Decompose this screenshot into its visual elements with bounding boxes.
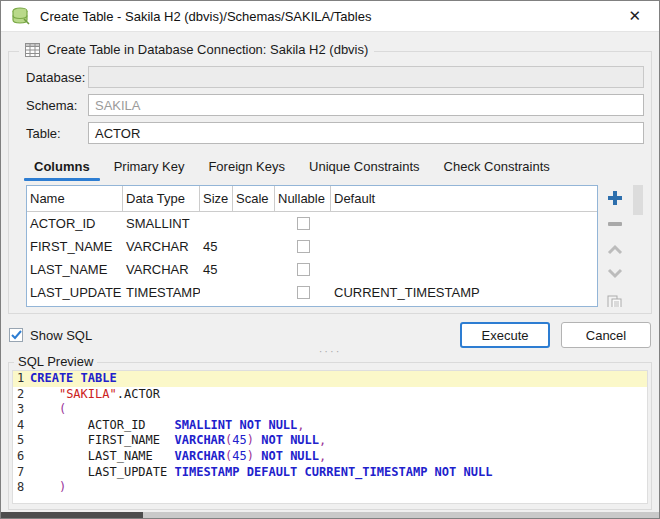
title-bar: Create Table - Sakila H2 (dbvis)/Schemas… bbox=[1, 1, 659, 32]
line-number: 2 bbox=[13, 387, 30, 403]
columns-table-header: NameData TypeSizeScaleNullableDefault bbox=[27, 186, 597, 212]
columns-table[interactable]: NameData TypeSizeScaleNullableDefault AC… bbox=[26, 185, 598, 307]
sql-code: "SAKILA".ACTOR bbox=[30, 387, 647, 403]
nullable-checkbox[interactable] bbox=[297, 263, 310, 276]
cell-size[interactable]: 45 bbox=[200, 262, 233, 277]
cell-name[interactable]: LAST_UPDATE bbox=[27, 285, 123, 300]
nullable-cell[interactable] bbox=[275, 263, 331, 276]
tab-columns[interactable]: Columns bbox=[22, 154, 102, 181]
schema-field[interactable]: SAKILA bbox=[88, 94, 644, 116]
table-field[interactable]: ACTOR bbox=[88, 122, 644, 144]
show-sql-label: Show SQL bbox=[30, 328, 92, 343]
cell-data-type[interactable]: VARCHAR bbox=[123, 262, 200, 277]
sql-code: ) bbox=[30, 480, 647, 496]
tab-primary-key[interactable]: Primary Key bbox=[102, 154, 197, 181]
cell-data-type[interactable]: TIMESTAMP bbox=[123, 285, 200, 300]
add-icon[interactable] bbox=[606, 185, 624, 212]
nullable-cell[interactable] bbox=[275, 240, 331, 253]
column-header-nullable[interactable]: Nullable bbox=[275, 186, 331, 211]
sql-code: ACTOR_ID SMALLINT NOT NULL, bbox=[30, 418, 647, 434]
table-row[interactable]: FIRST_NAMEVARCHAR45 bbox=[27, 235, 597, 258]
line-number: 1 bbox=[13, 371, 30, 387]
tab-unique-constraints[interactable]: Unique Constraints bbox=[297, 154, 432, 181]
column-header-default[interactable]: Default bbox=[331, 186, 597, 211]
cell-name[interactable]: LAST_NAME bbox=[27, 262, 123, 277]
columns-table-body: ACTOR_IDSMALLINTFIRST_NAMEVARCHAR45LAST_… bbox=[27, 212, 597, 304]
sql-code: CREATE TABLE bbox=[30, 371, 647, 387]
line-number: 7 bbox=[13, 465, 30, 481]
line-number: 3 bbox=[13, 402, 30, 418]
sql-code: LAST_UPDATE TIMESTAMP DEFAULT CURRENT_TI… bbox=[30, 465, 647, 481]
columns-grid-zone: NameData TypeSizeScaleNullableDefault AC… bbox=[26, 185, 644, 307]
sql-line: 7 LAST_UPDATE TIMESTAMP DEFAULT CURRENT_… bbox=[13, 465, 647, 481]
sql-line: 3 ( bbox=[13, 402, 647, 418]
sql-line: 4 ACTOR_ID SMALLINT NOT NULL, bbox=[13, 418, 647, 434]
window-bottom-edge-dark bbox=[1, 512, 143, 518]
table-row[interactable]: LAST_UPDATETIMESTAMPCURRENT_TIMESTAMP bbox=[27, 281, 597, 304]
table-label: Table: bbox=[26, 126, 88, 141]
column-header-data-type[interactable]: Data Type bbox=[123, 186, 200, 211]
nullable-cell[interactable] bbox=[275, 286, 331, 299]
sql-preview-group: SQL Preview 1CREATE TABLE2 "SAKILA".ACTO… bbox=[8, 362, 652, 510]
cell-name[interactable]: ACTOR_ID bbox=[27, 216, 123, 231]
sql-line: 5 FIRST_NAME VARCHAR(45) NOT NULL, bbox=[13, 433, 647, 449]
move-up-icon[interactable] bbox=[606, 235, 624, 261]
execute-button[interactable]: Execute bbox=[460, 322, 550, 348]
nullable-checkbox[interactable] bbox=[297, 217, 310, 230]
column-header-name[interactable]: Name bbox=[27, 186, 123, 211]
sql-line: 1CREATE TABLE bbox=[13, 371, 647, 387]
cell-size[interactable]: 45 bbox=[200, 239, 233, 254]
database-field[interactable] bbox=[88, 66, 644, 88]
connection-group: Create Table in Database Connection: Sak… bbox=[8, 51, 652, 314]
column-header-scale[interactable]: Scale bbox=[233, 186, 275, 211]
table-row[interactable]: LAST_NAMEVARCHAR45 bbox=[27, 258, 597, 281]
database-table-icon bbox=[11, 7, 31, 25]
window-title: Create Table - Sakila H2 (dbvis)/Schemas… bbox=[40, 9, 620, 24]
schema-label: Schema: bbox=[26, 98, 88, 113]
sql-code: FIRST_NAME VARCHAR(45) NOT NULL, bbox=[30, 433, 647, 449]
cancel-button[interactable]: Cancel bbox=[561, 322, 651, 348]
cell-default[interactable]: CURRENT_TIMESTAMP bbox=[331, 285, 597, 300]
sql-line: 8 ) bbox=[13, 480, 647, 496]
sql-code: LAST_NAME VARCHAR(45) NOT NULL, bbox=[30, 449, 647, 465]
copy-icon[interactable] bbox=[606, 294, 624, 307]
window-bottom-edge bbox=[1, 512, 659, 518]
cell-name[interactable]: FIRST_NAME bbox=[27, 239, 123, 254]
column-header-size[interactable]: Size bbox=[200, 186, 233, 211]
scrollbar-thumb[interactable] bbox=[633, 185, 643, 215]
sql-line: 2 "SAKILA".ACTOR bbox=[13, 387, 647, 403]
database-label: Database: bbox=[26, 70, 88, 85]
tab-check-constraints[interactable]: Check Constraints bbox=[432, 154, 562, 181]
nullable-cell[interactable] bbox=[275, 217, 331, 230]
splitter-handle[interactable]: ···· bbox=[1, 348, 659, 355]
table-row[interactable]: ACTOR_IDSMALLINT bbox=[27, 212, 597, 235]
table-grid-icon bbox=[25, 43, 40, 57]
move-down-icon[interactable] bbox=[606, 261, 624, 282]
line-number: 5 bbox=[13, 433, 30, 449]
line-number: 4 bbox=[13, 418, 30, 434]
cell-data-type[interactable]: SMALLINT bbox=[123, 216, 200, 231]
connection-group-legend: Create Table in Database Connection: Sak… bbox=[19, 42, 374, 57]
nullable-checkbox[interactable] bbox=[297, 240, 310, 253]
sql-preview-editor: 1CREATE TABLE2 "SAKILA".ACTOR3 (4 ACTOR_… bbox=[12, 370, 648, 504]
show-sql-checkbox[interactable] bbox=[9, 328, 23, 342]
tab-foreign-keys[interactable]: Foreign Keys bbox=[196, 154, 297, 181]
sql-preview-title: SQL Preview bbox=[14, 354, 97, 369]
vertical-scrollbar[interactable] bbox=[632, 185, 644, 307]
nullable-checkbox[interactable] bbox=[297, 286, 310, 299]
sql-code: ( bbox=[30, 402, 647, 418]
remove-icon[interactable] bbox=[607, 212, 623, 235]
tab-bar: ColumnsPrimary KeyForeign KeysUnique Con… bbox=[22, 154, 644, 181]
show-sql-option[interactable]: Show SQL bbox=[9, 328, 92, 343]
create-table-dialog: Create Table - Sakila H2 (dbvis)/Schemas… bbox=[0, 0, 660, 519]
cell-data-type[interactable]: VARCHAR bbox=[123, 239, 200, 254]
line-number: 6 bbox=[13, 449, 30, 465]
checkmark-icon bbox=[11, 330, 22, 340]
grid-toolbar bbox=[598, 185, 632, 307]
close-icon[interactable]: ✕ bbox=[620, 5, 649, 27]
connection-group-title: Create Table in Database Connection: Sak… bbox=[47, 42, 368, 57]
line-number: 8 bbox=[13, 480, 30, 496]
sql-line: 6 LAST_NAME VARCHAR(45) NOT NULL, bbox=[13, 449, 647, 465]
